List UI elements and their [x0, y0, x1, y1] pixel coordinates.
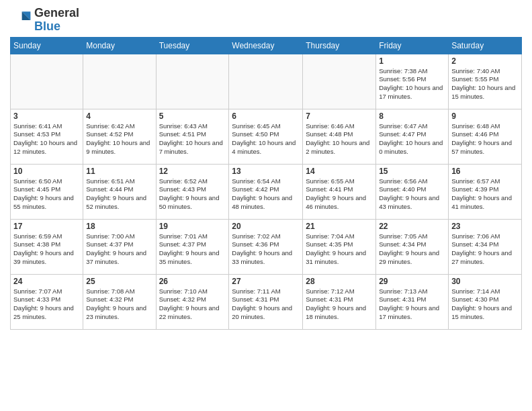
day-cell: 19Sunrise: 7:01 AMSunset: 4:37 PMDayligh…: [156, 219, 229, 274]
page-container: General Blue SundayMondayTuesdayWednesda…: [0, 0, 532, 333]
day-info: Sunrise: 7:00 AMSunset: 4:37 PMDaylight:…: [86, 232, 152, 267]
day-info: Sunrise: 6:41 AMSunset: 4:53 PMDaylight:…: [13, 122, 80, 156]
day-number: 17: [13, 222, 80, 231]
day-info: Sunrise: 6:56 AMSunset: 4:40 PMDaylight:…: [379, 177, 445, 212]
day-info: Sunrise: 6:51 AMSunset: 4:44 PMDaylight:…: [86, 177, 152, 212]
day-cell: 27Sunrise: 7:11 AMSunset: 4:31 PMDayligh…: [229, 274, 303, 329]
day-number: 26: [159, 277, 226, 286]
day-info: Sunrise: 6:47 AMSunset: 4:47 PMDaylight:…: [379, 122, 445, 156]
day-cell: 2Sunrise: 7:40 AMSunset: 5:55 PMDaylight…: [449, 54, 522, 109]
day-number: 21: [306, 222, 373, 231]
day-cell: 11Sunrise: 6:51 AMSunset: 4:44 PMDayligh…: [83, 164, 156, 219]
calendar: SundayMondayTuesdayWednesdayThursdayFrid…: [10, 37, 522, 330]
day-number: 11: [86, 167, 152, 176]
day-cell: [229, 54, 303, 109]
day-info: Sunrise: 6:43 AMSunset: 4:51 PMDaylight:…: [159, 122, 226, 156]
day-number: 30: [451, 277, 519, 286]
day-number: 10: [13, 167, 80, 176]
day-cell: 21Sunrise: 7:04 AMSunset: 4:35 PMDayligh…: [303, 219, 376, 274]
day-cell: 6Sunrise: 6:45 AMSunset: 4:50 PMDaylight…: [229, 109, 303, 164]
day-info: Sunrise: 6:45 AMSunset: 4:50 PMDaylight:…: [232, 122, 300, 156]
day-number: 23: [451, 222, 519, 231]
day-info: Sunrise: 7:10 AMSunset: 4:32 PMDaylight:…: [159, 287, 226, 322]
day-info: Sunrise: 7:07 AMSunset: 4:33 PMDaylight:…: [13, 287, 80, 322]
day-info: Sunrise: 7:05 AMSunset: 4:34 PMDaylight:…: [379, 232, 445, 267]
day-number: 3: [13, 111, 80, 121]
day-cell: 22Sunrise: 7:05 AMSunset: 4:34 PMDayligh…: [376, 219, 449, 274]
header-monday: Monday: [83, 37, 156, 54]
logo-text: General Blue: [34, 7, 79, 34]
day-info: Sunrise: 6:50 AMSunset: 4:45 PMDaylight:…: [13, 177, 80, 212]
day-info: Sunrise: 6:57 AMSunset: 4:39 PMDaylight:…: [451, 177, 519, 212]
header-saturday: Saturday: [449, 37, 522, 54]
day-number: 8: [379, 111, 445, 121]
day-info: Sunrise: 6:46 AMSunset: 4:48 PMDaylight:…: [306, 122, 373, 156]
day-cell: 13Sunrise: 6:54 AMSunset: 4:42 PMDayligh…: [229, 164, 303, 219]
day-cell: 26Sunrise: 7:10 AMSunset: 4:32 PMDayligh…: [156, 274, 229, 329]
week-row-3: 10Sunrise: 6:50 AMSunset: 4:45 PMDayligh…: [11, 164, 522, 219]
header-wednesday: Wednesday: [229, 37, 303, 54]
calendar-header-row: SundayMondayTuesdayWednesdayThursdayFrid…: [11, 37, 522, 54]
day-cell: [83, 54, 156, 109]
week-row-1: 1Sunrise: 7:38 AMSunset: 5:56 PMDaylight…: [11, 54, 522, 109]
day-number: 22: [379, 222, 445, 231]
header: General Blue: [10, 7, 522, 34]
day-cell: [303, 54, 376, 109]
day-cell: 5Sunrise: 6:43 AMSunset: 4:51 PMDaylight…: [156, 109, 229, 164]
day-info: Sunrise: 7:08 AMSunset: 4:32 PMDaylight:…: [86, 287, 152, 322]
header-friday: Friday: [376, 37, 449, 54]
day-info: Sunrise: 7:06 AMSunset: 4:34 PMDaylight:…: [451, 232, 519, 267]
day-number: 20: [232, 222, 300, 231]
day-cell: 23Sunrise: 7:06 AMSunset: 4:34 PMDayligh…: [449, 219, 522, 274]
day-cell: 7Sunrise: 6:46 AMSunset: 4:48 PMDaylight…: [303, 109, 376, 164]
day-cell: 14Sunrise: 6:55 AMSunset: 4:41 PMDayligh…: [303, 164, 376, 219]
day-number: 12: [159, 167, 226, 176]
day-cell: 24Sunrise: 7:07 AMSunset: 4:33 PMDayligh…: [11, 274, 83, 329]
day-number: 7: [306, 111, 373, 121]
day-info: Sunrise: 7:14 AMSunset: 4:30 PMDaylight:…: [451, 287, 519, 322]
day-cell: 29Sunrise: 7:13 AMSunset: 4:31 PMDayligh…: [376, 274, 449, 329]
day-info: Sunrise: 6:52 AMSunset: 4:43 PMDaylight:…: [159, 177, 226, 212]
day-number: 27: [232, 277, 300, 286]
day-info: Sunrise: 6:55 AMSunset: 4:41 PMDaylight:…: [306, 177, 373, 212]
day-cell: 18Sunrise: 7:00 AMSunset: 4:37 PMDayligh…: [83, 219, 156, 274]
day-cell: 1Sunrise: 7:38 AMSunset: 5:56 PMDaylight…: [376, 54, 449, 109]
day-number: 29: [379, 277, 445, 286]
day-info: Sunrise: 7:01 AMSunset: 4:37 PMDaylight:…: [159, 232, 226, 267]
day-cell: 3Sunrise: 6:41 AMSunset: 4:53 PMDaylight…: [11, 109, 83, 164]
day-number: 16: [451, 167, 519, 176]
header-tuesday: Tuesday: [156, 37, 229, 54]
day-info: Sunrise: 7:02 AMSunset: 4:36 PMDaylight:…: [232, 232, 300, 267]
day-cell: 20Sunrise: 7:02 AMSunset: 4:36 PMDayligh…: [229, 219, 303, 274]
day-number: 24: [13, 277, 80, 286]
day-info: Sunrise: 7:38 AMSunset: 5:56 PMDaylight:…: [379, 67, 445, 101]
header-thursday: Thursday: [303, 37, 376, 54]
day-cell: 15Sunrise: 6:56 AMSunset: 4:40 PMDayligh…: [376, 164, 449, 219]
day-cell: 9Sunrise: 6:48 AMSunset: 4:46 PMDaylight…: [449, 109, 522, 164]
day-cell: [156, 54, 229, 109]
day-cell: 25Sunrise: 7:08 AMSunset: 4:32 PMDayligh…: [83, 274, 156, 329]
day-info: Sunrise: 7:04 AMSunset: 4:35 PMDaylight:…: [306, 232, 373, 267]
day-number: 25: [86, 277, 152, 286]
logo-icon: [10, 9, 32, 31]
day-number: 18: [86, 222, 152, 231]
day-number: 13: [232, 167, 300, 176]
day-cell: [11, 54, 83, 109]
week-row-4: 17Sunrise: 6:59 AMSunset: 4:38 PMDayligh…: [11, 219, 522, 274]
day-info: Sunrise: 7:11 AMSunset: 4:31 PMDaylight:…: [232, 287, 300, 322]
day-number: 6: [232, 111, 300, 121]
day-cell: 28Sunrise: 7:12 AMSunset: 4:31 PMDayligh…: [303, 274, 376, 329]
day-info: Sunrise: 6:48 AMSunset: 4:46 PMDaylight:…: [451, 122, 519, 156]
day-number: 15: [379, 167, 445, 176]
day-number: 9: [451, 111, 519, 121]
logo: General Blue: [10, 7, 79, 34]
day-number: 5: [159, 111, 226, 121]
header-sunday: Sunday: [11, 37, 83, 54]
day-number: 28: [306, 277, 373, 286]
day-cell: 30Sunrise: 7:14 AMSunset: 4:30 PMDayligh…: [449, 274, 522, 329]
day-number: 14: [306, 167, 373, 176]
day-info: Sunrise: 6:54 AMSunset: 4:42 PMDaylight:…: [232, 177, 300, 212]
day-info: Sunrise: 6:42 AMSunset: 4:52 PMDaylight:…: [86, 122, 152, 156]
day-cell: 17Sunrise: 6:59 AMSunset: 4:38 PMDayligh…: [11, 219, 83, 274]
day-cell: 10Sunrise: 6:50 AMSunset: 4:45 PMDayligh…: [11, 164, 83, 219]
